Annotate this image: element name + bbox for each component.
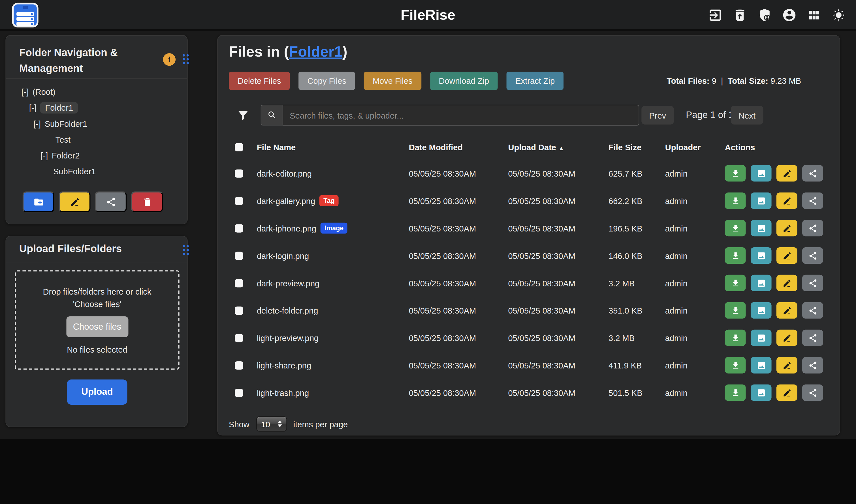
copy-files-button[interactable]: Copy Files: [299, 72, 355, 90]
download-button[interactable]: [725, 247, 746, 264]
edit-button[interactable]: [776, 384, 798, 401]
drag-handle-icon[interactable]: [182, 54, 189, 64]
filter-icon[interactable]: [237, 109, 250, 122]
column-header-file-name[interactable]: File Name: [257, 142, 409, 152]
prev-page-button[interactable]: Prev: [641, 106, 674, 125]
download-button[interactable]: [725, 193, 746, 209]
tree-item-test[interactable]: Test: [6, 131, 187, 147]
create-folder-button[interactable]: [22, 191, 54, 212]
file-name[interactable]: dark-iphone.png: [257, 223, 316, 233]
items-per-page-select[interactable]: 10: [256, 416, 287, 432]
share-button[interactable]: [802, 193, 823, 209]
logout-icon[interactable]: [708, 7, 723, 22]
share-button[interactable]: [802, 220, 823, 236]
dropzone[interactable]: Drop files/folders here or click 'Choose…: [15, 270, 179, 370]
file-name[interactable]: dark-login.png: [257, 251, 309, 260]
restore-trash-icon[interactable]: [733, 7, 747, 22]
row-checkbox[interactable]: [235, 251, 243, 259]
extract-zip-button[interactable]: Extract Zip: [507, 72, 563, 90]
edit-button[interactable]: [776, 247, 798, 264]
file-name[interactable]: dark-preview.png: [257, 278, 319, 288]
choose-files-button[interactable]: Choose files: [66, 317, 128, 337]
upload-button[interactable]: Upload: [67, 379, 127, 405]
app-logo-icon[interactable]: [12, 3, 38, 28]
download-button[interactable]: [725, 165, 746, 181]
row-checkbox[interactable]: [235, 334, 243, 342]
edit-button[interactable]: [776, 165, 798, 181]
download-button[interactable]: [725, 357, 746, 374]
preview-button[interactable]: [751, 193, 772, 209]
preview-button[interactable]: [751, 275, 772, 291]
tree-item-folder1[interactable]: [-]Folder1: [6, 100, 187, 116]
share-button[interactable]: [802, 384, 823, 401]
column-header-actions[interactable]: Actions: [725, 142, 830, 152]
tree-toggle[interactable]: [-]: [33, 119, 41, 128]
file-name[interactable]: light-preview.png: [257, 333, 318, 342]
edit-button[interactable]: [776, 330, 798, 346]
row-checkbox[interactable]: [235, 197, 243, 205]
download-button[interactable]: [725, 302, 746, 319]
drag-handle-icon[interactable]: [182, 245, 189, 255]
move-files-button[interactable]: Move Files: [364, 72, 421, 90]
column-header-date-modified[interactable]: Date Modified: [409, 142, 508, 152]
tree-label[interactable]: SubFolder1: [45, 119, 87, 128]
tree-item-subfolder1[interactable]: SubFolder1: [6, 163, 187, 179]
tree-toggle[interactable]: [-]: [21, 87, 29, 96]
file-name[interactable]: light-share.png: [257, 361, 311, 370]
tree-label[interactable]: Folder2: [52, 151, 80, 160]
preview-button[interactable]: [751, 357, 772, 374]
download-button[interactable]: [725, 275, 746, 291]
preview-button[interactable]: [751, 247, 772, 264]
tree-label[interactable]: Folder1: [40, 102, 78, 113]
preview-button[interactable]: [751, 384, 772, 401]
download-button[interactable]: [725, 384, 746, 401]
edit-button[interactable]: [776, 302, 798, 319]
share-folder-button[interactable]: [95, 191, 126, 212]
file-name[interactable]: light-trash.png: [257, 388, 309, 397]
download-button[interactable]: [725, 330, 746, 346]
edit-button[interactable]: [776, 357, 798, 374]
select-all-checkbox[interactable]: [235, 143, 243, 151]
download-button[interactable]: [725, 220, 746, 236]
light-mode-icon[interactable]: [832, 7, 846, 22]
preview-button[interactable]: [751, 165, 772, 181]
share-button[interactable]: [802, 302, 823, 319]
edit-button[interactable]: [776, 193, 798, 209]
delete-folder-button[interactable]: [131, 191, 163, 212]
row-checkbox[interactable]: [235, 169, 243, 177]
file-name[interactable]: delete-folder.png: [257, 306, 318, 315]
info-icon[interactable]: i: [163, 53, 176, 66]
row-checkbox[interactable]: [235, 279, 243, 287]
edit-button[interactable]: [776, 220, 798, 236]
admin-shield-icon[interactable]: [757, 7, 772, 22]
file-name[interactable]: dark-gallery.png: [257, 196, 315, 205]
row-checkbox[interactable]: [235, 389, 243, 397]
next-page-button[interactable]: Next: [731, 106, 763, 125]
account-icon[interactable]: [782, 7, 797, 22]
tree-label[interactable]: Test: [55, 135, 70, 144]
share-button[interactable]: [802, 330, 823, 346]
preview-button[interactable]: [751, 302, 772, 319]
edit-button[interactable]: [776, 275, 798, 291]
tree-toggle[interactable]: [-]: [40, 151, 48, 160]
grid-view-icon[interactable]: [807, 7, 821, 22]
row-checkbox[interactable]: [235, 224, 243, 232]
share-button[interactable]: [802, 357, 823, 374]
column-header-upload-date[interactable]: Upload Date▲: [508, 142, 609, 152]
column-header-uploader[interactable]: Uploader: [665, 142, 725, 152]
share-button[interactable]: [802, 275, 823, 291]
row-checkbox[interactable]: [235, 306, 243, 314]
share-button[interactable]: [802, 165, 823, 181]
column-header-file-size[interactable]: File Size: [609, 142, 665, 152]
tree-toggle[interactable]: [-]: [29, 103, 36, 112]
file-name[interactable]: dark-editor.png: [257, 169, 312, 178]
tree-item-root[interactable]: [-](Root): [6, 84, 187, 100]
download-zip-button[interactable]: Download Zip: [430, 72, 498, 90]
search-input[interactable]: [283, 105, 640, 126]
preview-button[interactable]: [751, 330, 772, 346]
current-folder-link[interactable]: Folder1: [289, 43, 342, 60]
tree-item-subfolder1[interactable]: [-]SubFolder1: [6, 116, 187, 131]
delete-files-button[interactable]: Delete Files: [229, 72, 290, 90]
tree-item-folder2[interactable]: [-]Folder2: [6, 147, 187, 163]
row-checkbox[interactable]: [235, 361, 243, 369]
